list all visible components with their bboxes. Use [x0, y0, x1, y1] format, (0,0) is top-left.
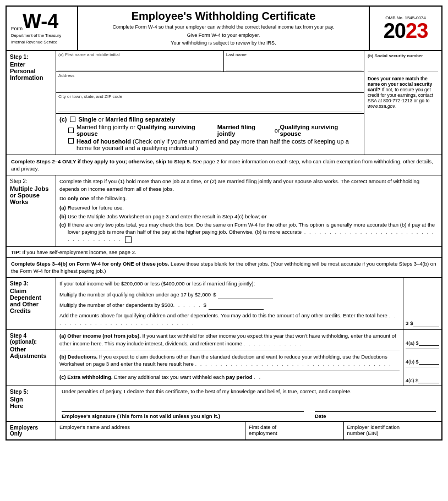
single-label: Single or Married filing separately [78, 116, 174, 123]
step3-right: 3 $ [403, 278, 441, 330]
step3-title: ClaimDependentand OtherCredits [10, 288, 52, 314]
header-right: OMB No. 1545-0074 2023 [370, 7, 441, 50]
complete-notice: Complete Steps 3–4(b) on Form W-4 for on… [7, 258, 441, 278]
last-name-label: Last name [226, 52, 362, 57]
step4-right: 4(a) $ 4(b) $ 4(c) $ [403, 330, 441, 385]
step5-number: Step 5: [10, 389, 52, 395]
employers-label: EmployersOnly [7, 422, 56, 439]
married-jointly-row: orMarried filing jointly or Qualifying s… [59, 124, 360, 137]
irs-name: Internal Revenue Service [11, 40, 73, 45]
city-field: City or town, state, and ZIP code [56, 93, 364, 114]
step3-line2: Multiply the number of other dependents … [59, 301, 400, 310]
step4a-box: 4(a) $ [406, 332, 439, 349]
form-label-text: Form [11, 26, 23, 31]
first-name-field: (a) First name and middle initial [56, 51, 224, 71]
step1-fields: (a) First name and middle initial Last n… [56, 51, 364, 155]
step4b-input[interactable] [419, 357, 439, 365]
step4c-input[interactable] [418, 376, 439, 383]
header-sub1: Complete Form W-4 so that your employer … [84, 24, 363, 31]
step5-title: SignHere [10, 396, 52, 409]
first-name-label: (a) First name and middle initial [58, 52, 221, 57]
date-label: Date [315, 413, 436, 419]
address-input[interactable] [58, 79, 362, 91]
date-line[interactable] [315, 402, 436, 412]
employer-ein-field: Employer identificationnumber (EIN) [344, 422, 442, 439]
tip-label: TIP: [11, 249, 21, 255]
step4-row: Step 4(optional): OtherAdjustments (a) O… [7, 330, 441, 386]
employers-title: EmployersOnly [10, 425, 52, 437]
step2-intro: Complete this step if you (1) hold more … [59, 178, 438, 192]
form-logo: Form W-4 [11, 12, 73, 31]
step5-label: Step 5: SignHere [7, 386, 56, 421]
step5-row: Step 5: SignHere Under penalties of perj… [7, 386, 441, 422]
step2-do-only: Do only one of the following. [59, 195, 438, 202]
notice-row: Complete Steps 2–4 ONLY if they apply to… [7, 155, 441, 176]
signature-line[interactable] [62, 402, 304, 412]
year-highlight: 23 [406, 19, 428, 42]
ssn-note: Does your name match the name on your so… [368, 76, 438, 109]
married-jointly-checkbox[interactable] [68, 128, 74, 133]
step4b-box: 4(b) $ [406, 351, 439, 367]
ssn-input[interactable] [368, 59, 438, 71]
step2-a: (a) Reserved for future use. [59, 204, 438, 211]
employer-name-field: Employer's name and address [56, 422, 245, 439]
step2-number: Step 2: [10, 178, 52, 184]
step3-line1: Multiply the number of qualifying childr… [59, 290, 400, 299]
step4-label: Step 4(optional): OtherAdjustments [7, 330, 56, 385]
last-name-input[interactable] [226, 58, 362, 70]
step3-children-input[interactable] [218, 290, 273, 299]
step3-label: Step 3: ClaimDependentand OtherCredits [7, 278, 56, 330]
header-sub3: Your withholding is subject to review by… [84, 40, 363, 47]
complete-bold: Complete Steps 3–4(b) on Form W-4 for on… [11, 261, 169, 267]
step1-row: Step 1: EnterPersonalInformation (a) Fir… [7, 51, 441, 155]
step3-line3: Add the amounts above for qualifying chi… [59, 312, 400, 328]
form-main-title: Employee's Withholding Certificate [84, 10, 363, 23]
date-field: Date [315, 402, 436, 419]
step4-number: Step 4(optional): [10, 333, 52, 345]
step1-number: Step 1: [10, 54, 52, 60]
last-name-field: Last name [224, 51, 364, 71]
signature-row: Employee's signature (This form is not v… [62, 402, 436, 419]
address-label: Address [58, 73, 362, 78]
step3-dependents-input[interactable] [209, 301, 264, 310]
tip-text: If you have self-employment income, see … [23, 249, 136, 255]
filing-status: (c) Single or Married filing separately … [56, 114, 364, 155]
signature-field: Employee's signature (This form is not v… [62, 402, 304, 419]
first-name-input[interactable] [58, 58, 221, 70]
step2-b: (b) Use the Multiple Jobs Worksheet on p… [59, 213, 438, 220]
head-household-checkbox[interactable] [68, 138, 74, 144]
city-input[interactable] [58, 100, 362, 112]
dept-name: Department of the Treasury [11, 33, 73, 38]
address-field: Address [56, 72, 364, 93]
header-left: Form W-4 Department of the Treasury Inte… [7, 7, 78, 50]
step4a-input[interactable] [419, 338, 439, 346]
employers-row: EmployersOnly Employer's name and addres… [7, 422, 441, 439]
step4c-box: 4(c) $ [406, 370, 439, 383]
step1-label: Step 1: EnterPersonalInformation [7, 51, 56, 155]
w4-title: W-4 [23, 12, 58, 31]
step3-row: Step 3: ClaimDependentand OtherCredits I… [7, 278, 441, 331]
notice-bold: Complete Steps 2–4 ONLY if they apply to… [11, 158, 191, 164]
step3-content: If your total income will be $200,000 or… [56, 278, 403, 330]
ssn-section: (b) Social security number Does your nam… [364, 51, 441, 155]
head-household-label: Head of household (Check only if you're … [77, 138, 360, 151]
step4a-sub: (a) Other income (not from jobs). If you… [59, 332, 400, 350]
form-header: Form W-4 Department of the Treasury Inte… [7, 7, 441, 51]
step4b-sub: (b) Deductions. If you expect to claim d… [59, 353, 400, 371]
filing-row: (c) Single or Married filing separately [59, 116, 360, 123]
step4c-sub: (c) Extra withholding. Enter any additio… [59, 373, 400, 383]
employer-date-label: First date ofemployment [249, 424, 277, 436]
year-normal: 20 [384, 19, 406, 42]
signature-label: Employee's signature (This form is not v… [62, 413, 304, 419]
step3-total-input[interactable] [413, 318, 439, 327]
header-center: Employee's Withholding Certificate Compl… [78, 7, 370, 50]
ssn-label: (b) Social security number [368, 53, 438, 58]
header-sub2: Give Form W-4 to your employer. [84, 32, 363, 39]
step2c-checkbox[interactable] [125, 236, 132, 243]
step2-title: Multiple Jobsor SpouseWorks [10, 185, 52, 205]
married-jointly-label: orMarried filing jointly or Qualifying s… [77, 124, 217, 137]
step3-number: Step 3: [10, 280, 52, 287]
employer-date-field: First date ofemployment [245, 422, 344, 439]
perjury-text: Under penalties of perjury, I declare th… [62, 388, 436, 394]
single-checkbox[interactable] [70, 117, 75, 122]
